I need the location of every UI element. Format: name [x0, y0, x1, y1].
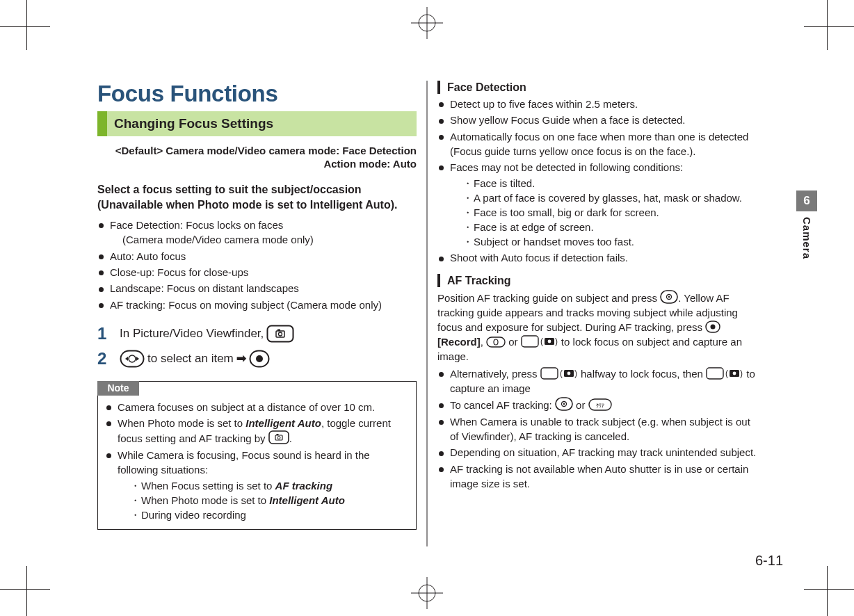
- default-setting-sub: Action mode: Auto: [97, 158, 417, 170]
- chapter-number: 6: [796, 191, 817, 211]
- svg-point-18: [277, 437, 280, 439]
- step-number: 2: [97, 350, 110, 368]
- lead-paragraph: Select a focus setting to suit the subje…: [97, 182, 417, 212]
- crop-mark: [26, 566, 27, 616]
- svg-text:(: (: [560, 368, 563, 378]
- clear-key-icon: ｸﾘｱ: [588, 398, 612, 411]
- note-sub-item: During video recording: [130, 508, 409, 522]
- registration-mark-icon: [410, 576, 444, 610]
- arrow-icon: ➡: [236, 350, 246, 367]
- center-key-icon: [705, 321, 720, 333]
- note-body: Camera focuses on subject at a distance …: [98, 396, 416, 529]
- list-item: Alternatively, press () halfway to lock …: [437, 366, 757, 396]
- chapter-label: Camera: [801, 217, 813, 259]
- step-text-span: to select an item: [147, 350, 234, 367]
- sub-list-item: Subject or handset moves too fast.: [462, 234, 757, 249]
- subheading-face-detection: Face Detection: [437, 81, 757, 94]
- note-item: Camera focuses on subject at a distance …: [105, 400, 409, 414]
- list-item: Landscape: Focus on distant landscapes: [97, 281, 417, 295]
- list-item: Faces may not be detected in following c…: [437, 160, 757, 249]
- dpad-horizontal-icon: [120, 350, 145, 368]
- sub-list-item: Face is too small, big or dark for scree…: [462, 205, 757, 220]
- list-item: Shoot with Auto focus if detection fails…: [437, 250, 757, 265]
- svg-text:(: (: [725, 368, 728, 378]
- svg-point-26: [494, 339, 498, 345]
- page-title: Focus Functions: [97, 81, 417, 107]
- list-item: AF tracking is not available when Auto s…: [437, 462, 757, 492]
- manual-page: 6 Camera Focus Functions Changing Focus …: [0, 0, 854, 616]
- side-key-camera-icon: (): [521, 335, 558, 348]
- note-sub-item: When Focus setting is set to AF tracking: [130, 478, 409, 493]
- svg-text:): ): [740, 368, 743, 378]
- crop-mark: [827, 566, 828, 616]
- dpad-icon: [660, 290, 678, 304]
- note-item: When Photo mode is set to Intelligent Au…: [105, 416, 409, 446]
- note-box: Note Camera focuses on subject at a dist…: [97, 381, 417, 530]
- sub-list-item: A part of face is covered by glasses, ha…: [462, 191, 757, 205]
- svg-point-22: [668, 296, 670, 298]
- crop-mark: [804, 26, 854, 27]
- heading-bar: [437, 274, 440, 287]
- list-item: Depending on situation, AF tracking may …: [437, 445, 757, 460]
- svg-marker-13: [136, 357, 139, 361]
- svg-point-11: [129, 355, 136, 362]
- step-text-span: In Picture/Video Viewfinder,: [120, 325, 264, 342]
- list-item: Show yellow Focus Guide when a face is d…: [437, 113, 757, 127]
- list-item: Close-up: Focus for close-ups: [97, 265, 417, 279]
- svg-rect-16: [269, 431, 289, 444]
- subheading-text: Face Detection: [447, 81, 526, 94]
- default-setting-line: <Default> Camera mode/Video camera mode:…: [97, 145, 417, 156]
- note-sub-item: When Photo mode is set to Intelligent Au…: [130, 493, 409, 508]
- af-tracking-paragraph: Position AF tracking guide on subject an…: [437, 290, 757, 364]
- crop-mark: [0, 589, 50, 590]
- step-number: 1: [97, 325, 110, 343]
- list-item: Face Detection: Focus locks on faces(Cam…: [97, 218, 417, 248]
- svg-point-44: [563, 403, 565, 405]
- section-accent: [97, 111, 107, 136]
- step-2: 2 to select an item ➡: [97, 350, 417, 368]
- svg-rect-6: [268, 325, 293, 341]
- center-key-icon: [249, 350, 270, 368]
- heading-bar: [437, 81, 440, 94]
- svg-text:ｸﾘｱ: ｸﾘｱ: [596, 403, 604, 409]
- svg-text:(: (: [540, 337, 543, 346]
- camera-key-icon: [266, 325, 294, 343]
- page-number: 6-11: [755, 553, 783, 569]
- side-key-camera-icon: (): [706, 367, 743, 380]
- list-item: When Camera is unable to track subject (…: [437, 414, 757, 444]
- column-divider: [427, 81, 428, 546]
- svg-rect-37: [707, 368, 723, 379]
- subheading-af-tracking: AF Tracking: [437, 274, 757, 287]
- focus-settings-list: Face Detection: Focus locks on faces(Cam…: [97, 218, 417, 312]
- svg-rect-9: [277, 329, 280, 331]
- svg-point-24: [711, 324, 716, 329]
- svg-rect-27: [522, 336, 538, 347]
- step-1: 1 In Picture/Video Viewfinder,: [97, 325, 417, 343]
- section-heading: Changing Focus Settings: [97, 111, 417, 136]
- registration-mark-icon: [410, 6, 444, 40]
- crop-mark: [0, 26, 50, 27]
- svg-rect-32: [541, 368, 558, 379]
- list-item: Automatically focus on one face when mor…: [437, 129, 757, 159]
- svg-text:): ): [574, 368, 577, 378]
- oval-zero-key-icon: [486, 337, 506, 348]
- list-item: Auto: Auto focus: [97, 249, 417, 264]
- sub-list-item: Face is tilted.: [462, 176, 757, 191]
- svg-point-8: [279, 332, 282, 336]
- af-tracking-list: Alternatively, press () halfway to lock …: [437, 366, 757, 491]
- list-item: To cancel AF tracking: or ｸﾘｱ: [437, 397, 757, 412]
- svg-point-35: [567, 371, 570, 375]
- step-text: In Picture/Video Viewfinder,: [120, 325, 294, 343]
- note-item: While Camera is focusing, Focus sound is…: [105, 448, 409, 523]
- svg-rect-10: [121, 351, 144, 367]
- crop-mark: [804, 589, 854, 590]
- sub-list-item: Face is at edge of screen.: [462, 220, 757, 234]
- step-text: to select an item ➡: [120, 350, 270, 368]
- svg-rect-19: [276, 434, 278, 435]
- face-detection-list: Detect up to five faces within 2.5 meter…: [437, 97, 757, 266]
- right-column: Face Detection Detect up to five faces w…: [430, 81, 757, 546]
- svg-rect-25: [487, 337, 505, 347]
- svg-point-40: [733, 371, 736, 375]
- camera-key-icon: [268, 430, 289, 444]
- left-column: Focus Functions Changing Focus Settings …: [97, 81, 417, 546]
